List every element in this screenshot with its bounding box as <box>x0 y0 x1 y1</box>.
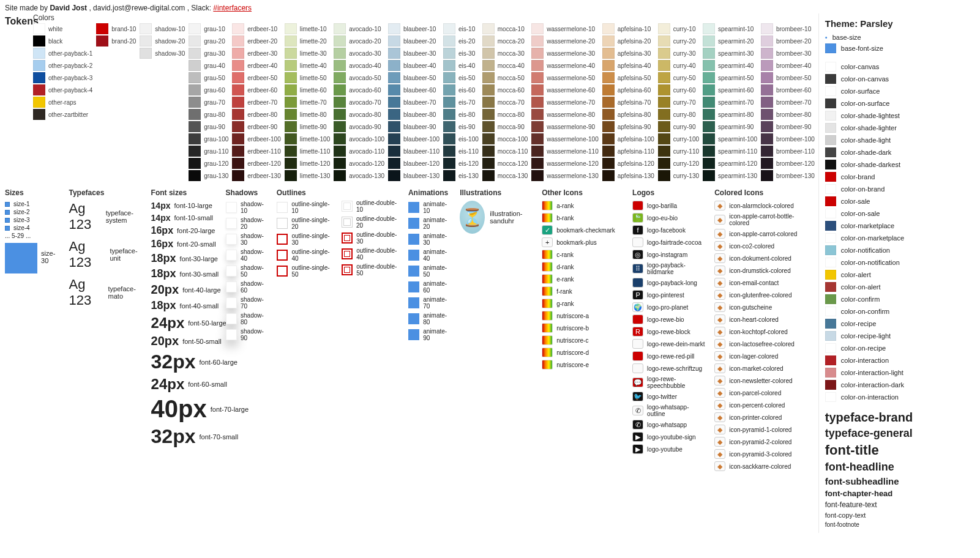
colored-icons-head: Colored Icons <box>714 188 814 197</box>
icon-newsletter-colored-icon: ◆ <box>714 376 725 385</box>
sidebar-token-row: color-on-brand <box>825 184 974 194</box>
color-label: brand-20 <box>111 38 136 45</box>
logo-whatsapp-icon: ✆ <box>632 420 643 430</box>
colored-icon-row: ◆icon-alarmclock-colored <box>714 201 814 210</box>
sidebar-label: color-on-alert <box>841 283 881 291</box>
color-swatch <box>33 109 45 120</box>
icon-label: nutriscore-d <box>556 349 589 356</box>
color-label: erdbeer-10 <box>247 26 277 32</box>
color-swatch <box>602 146 615 157</box>
color-label: wassermelone-130 <box>547 173 599 179</box>
color-swatch <box>482 60 495 71</box>
color-swatch <box>388 84 400 95</box>
color-swatch <box>33 84 45 95</box>
color-swatch-row: curry-40 <box>658 60 699 71</box>
sidebar-base-row: base-font-size <box>825 43 974 53</box>
colored-icon-label: icon-dokument-colored <box>729 255 791 262</box>
color-label: mocca-110 <box>498 148 528 155</box>
color-swatch <box>482 146 495 157</box>
icon-label: bookmark-plus <box>556 239 597 246</box>
color-swatch <box>285 121 297 132</box>
icon-pyramid-2-colored-icon: ◆ <box>714 437 725 447</box>
color-swatch-row: avocado-40 <box>334 60 384 71</box>
outline-label: outline-single-30 <box>291 232 332 246</box>
font-size-row: 32pxfont-60-large <box>151 351 217 373</box>
animation-swatch <box>408 218 419 229</box>
outline-row: outline-single-40 <box>277 248 333 262</box>
color-swatch-row: wassermelone-60 <box>531 84 599 95</box>
color-label: eis-10 <box>458 26 475 32</box>
color-label: curry-30 <box>673 50 696 57</box>
sidebar-token-row: color-on-canvas <box>825 74 974 84</box>
logo-label: logo-payback-bildmarke <box>647 262 706 275</box>
colored-icon-row: ◆icon-apple-carrot-bottle-colored <box>714 213 814 226</box>
logo-row: ⠿logo-payback-bildmarke <box>632 262 706 275</box>
color-swatch <box>189 170 201 181</box>
color-swatch-row: shadow-10 <box>140 23 185 34</box>
logo-whatsapp-outline-icon: ✆ <box>632 406 643 415</box>
color-swatch <box>658 35 670 46</box>
color-swatch <box>482 158 495 169</box>
swatch-icon <box>825 86 836 96</box>
logo-label: logo-instagram <box>647 251 687 258</box>
sidebar-label: base-size <box>832 34 861 41</box>
logo-twitter-icon: 🐦 <box>632 392 643 401</box>
sidebar-label: base-font-size <box>841 45 883 52</box>
color-swatch <box>531 170 544 181</box>
colored-icon-row: ◆icon-percent-colored <box>714 400 814 410</box>
logo-youtube-sign-icon: ▶ <box>632 432 643 442</box>
color-label: apfelsina-70 <box>618 99 651 106</box>
color-swatch <box>658 109 670 120</box>
color-label: spearmint-40 <box>718 62 754 69</box>
c-rank-icon <box>542 250 553 259</box>
swatch-icon <box>825 307 836 316</box>
color-label: erdbeer-50 <box>247 75 277 81</box>
sidebar-type-sample: typeface-brand <box>825 411 974 425</box>
swatch-icon <box>825 209 836 218</box>
shadow-label: shadow-80 <box>241 312 268 326</box>
swatch-icon <box>825 99 836 108</box>
color-swatch-row: eis-60 <box>443 84 479 95</box>
color-swatch <box>232 170 244 181</box>
font-size-label: font-40-small <box>180 302 219 310</box>
color-label: avocado-120 <box>349 160 384 167</box>
color-swatch-row: mocca-70 <box>482 97 528 108</box>
icon-label: e-rank <box>556 276 574 283</box>
color-swatch <box>33 35 45 46</box>
color-label: shadow-30 <box>155 50 185 57</box>
sidebar-token-row: color-interaction-dark <box>825 380 974 390</box>
color-swatch <box>658 170 670 181</box>
color-swatch-row: curry-30 <box>658 48 699 59</box>
swatch-icon <box>825 282 836 292</box>
logo-payback-long-icon <box>632 278 643 288</box>
nutriscore-c-icon <box>542 335 553 345</box>
color-label: eis-50 <box>458 75 475 81</box>
color-swatch <box>531 84 544 95</box>
color-swatch-row: curry-50 <box>658 72 699 83</box>
logo-label: logo-youtube <box>647 446 683 453</box>
animation-label: animate-50 <box>423 264 451 278</box>
color-swatch-row: blaubeer-10 <box>388 23 440 34</box>
slack-link[interactable]: #interfacers <box>213 4 252 12</box>
color-swatch <box>33 48 45 59</box>
outline-swatch <box>277 202 288 213</box>
color-swatch <box>658 72 670 83</box>
color-swatch-row: grau-20 <box>189 35 228 46</box>
color-label: blaubeer-40 <box>403 62 436 69</box>
sidebar-token-row: color-on-marketplace <box>825 233 974 243</box>
swatch-icon <box>825 368 836 378</box>
color-label: other-payback-3 <box>48 75 92 81</box>
logo-eu-bio-icon: 🍃 <box>632 213 643 223</box>
color-label: grau-120 <box>204 160 228 167</box>
color-swatch-row: apfelsina-70 <box>602 97 654 108</box>
color-label: limette-40 <box>300 62 327 69</box>
color-swatch-row: spearmint-110 <box>703 146 757 157</box>
color-label: apfelsina-50 <box>618 75 651 81</box>
color-swatch-row: blaubeer-30 <box>388 48 440 59</box>
color-swatch <box>334 23 346 34</box>
colored-icon-label: icon-parcel-colored <box>729 390 781 396</box>
color-swatch-row: apfelsina-20 <box>602 35 654 46</box>
swatch-icon <box>825 270 836 280</box>
sidebar-label: color-shade-dark <box>841 149 892 156</box>
color-label: spearmint-80 <box>718 111 754 118</box>
